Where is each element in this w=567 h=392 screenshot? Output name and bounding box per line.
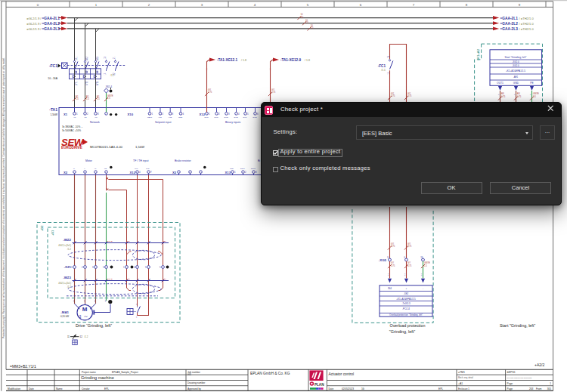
svg-text:∼: ∼ bbox=[84, 313, 88, 319]
svg-text:GY: GY bbox=[208, 88, 211, 91]
svg-text:/ 1.8: / 1.8 bbox=[305, 59, 310, 62]
svg-text:Enclosure 1: Enclosure 1 bbox=[458, 387, 469, 390]
svg-text:1/L1: 1/L1 bbox=[75, 56, 78, 60]
svg-text:REF1: REF1 bbox=[147, 116, 153, 119]
svg-text:Date: Date bbox=[29, 387, 34, 390]
svg-text:0,75: 0,75 bbox=[407, 245, 412, 248]
svg-text:1,5: 1,5 bbox=[533, 95, 536, 98]
svg-text:EPLAN GmbH & Co. KG: EPLAN GmbH & Co. KG bbox=[250, 372, 290, 375]
svg-text:3/L2: 3/L2 bbox=[85, 56, 88, 60]
svg-text:GY: GY bbox=[391, 92, 394, 95]
svg-text:-PCL14: -PCL14 bbox=[402, 307, 410, 310]
svg-text:W1: W1 bbox=[94, 299, 96, 302]
svg-text:DI05: DI05 bbox=[253, 116, 258, 119]
svg-text:0,75: 0,75 bbox=[391, 245, 395, 248]
svg-text:3: 3 bbox=[79, 314, 82, 319]
svg-text:BK: BK bbox=[128, 240, 131, 242]
svg-text:-TnIX3.3: -TnIX3.3 bbox=[401, 302, 410, 305]
svg-text:DI03: DI03 bbox=[234, 116, 239, 119]
svg-text:2,5: 2,5 bbox=[301, 16, 304, 19]
svg-text:12: 12 bbox=[80, 335, 83, 338]
svg-text:1,5kW: 1,5kW bbox=[135, 145, 145, 149]
svg-text:/ 1.8: / 1.8 bbox=[241, 59, 246, 62]
svg-text:"Grinding, left": "Grinding, left" bbox=[389, 329, 415, 334]
svg-text:From: From bbox=[536, 387, 542, 390]
svg-text:-TA1-XG12.1: -TA1-XG12.1 bbox=[217, 58, 237, 62]
svg-text:BU: BU bbox=[517, 92, 520, 95]
svg-text:2,5: 2,5 bbox=[305, 21, 308, 24]
svg-text:=K1+A2: =K1+A2 bbox=[476, 48, 480, 60]
svg-text:GNYE: GNYE bbox=[107, 278, 113, 280]
svg-text:-AE1: -AE1 bbox=[513, 76, 519, 79]
svg-text:1,5: 1,5 bbox=[107, 97, 110, 100]
svg-text:=GAA-2L3: =GAA-2L3 bbox=[42, 27, 60, 31]
svg-text:-W01.4: -W01.4 bbox=[105, 85, 112, 88]
svg-text:3x 380VAC -10% ...: 3x 380VAC -10% ... bbox=[62, 125, 83, 128]
svg-text:1,5: 1,5 bbox=[424, 264, 427, 267]
svg-text:+B2: +B2 bbox=[40, 225, 44, 231]
svg-text:0,75: 0,75 bbox=[501, 95, 506, 98]
svg-text:10: 10 bbox=[301, 13, 303, 16]
svg-text:Start "Grinding, left": Start "Grinding, left" bbox=[505, 56, 528, 59]
svg-text:02/05/2023: 02/05/2023 bbox=[342, 387, 354, 390]
svg-text:+K1+A2&EPA1/1.5: +K1+A2&EPA1/1.5 bbox=[506, 69, 525, 73]
svg-text:DI02: DI02 bbox=[225, 116, 229, 119]
svg-text:AI12: AI12 bbox=[168, 116, 172, 119]
svg-text:+A2/2: +A2/2 bbox=[534, 363, 544, 367]
svg-text:-: - bbox=[423, 287, 423, 290]
svg-text:Date: Date bbox=[329, 387, 334, 390]
svg-text:TF2: TF2 bbox=[146, 168, 150, 170]
svg-text:+X1: +X1 bbox=[51, 230, 54, 236]
svg-text:2/T1: 2/T1 bbox=[75, 81, 78, 85]
svg-text:BK: BK bbox=[164, 240, 167, 242]
svg-text:1,5: 1,5 bbox=[76, 97, 79, 100]
svg-text:/1.2: /1.2 bbox=[85, 335, 88, 338]
svg-text:0,75: 0,75 bbox=[407, 94, 412, 97]
svg-text:X2: X2 bbox=[172, 171, 177, 174]
svg-text:-1.6: -1.6 bbox=[387, 273, 389, 276]
svg-text:Project name: Project name bbox=[82, 371, 96, 374]
svg-text:263: 263 bbox=[529, 387, 534, 390]
svg-text:BK: BK bbox=[501, 92, 504, 95]
svg-text:1: 1 bbox=[550, 382, 551, 385]
svg-text:Drawing number: Drawing number bbox=[187, 381, 206, 384]
svg-text:0,75: 0,75 bbox=[208, 91, 212, 94]
svg-text:10...16A: 10...16A bbox=[48, 77, 57, 80]
svg-text:-TA1-XG12.9: -TA1-XG12.9 bbox=[280, 58, 301, 62]
svg-text:U: U bbox=[73, 168, 75, 170]
svg-text:DI01: DI01 bbox=[215, 116, 219, 119]
svg-text:0,75: 0,75 bbox=[517, 95, 522, 98]
svg-text:Grinding machine: Grinding machine bbox=[81, 375, 114, 380]
svg-text:PE: PE bbox=[104, 299, 107, 302]
svg-text:+K1+A2&EPA1/2.5: +K1+A2&EPA1/2.5 bbox=[396, 298, 416, 301]
svg-text:=TM1: =TM1 bbox=[458, 371, 465, 374]
svg-text:Overload protection: Overload protection bbox=[389, 323, 425, 328]
svg-text:&EPS1: &EPS1 bbox=[507, 371, 516, 374]
svg-text:/ =TH2/1.0: / =TH2/1.0 bbox=[519, 17, 534, 20]
svg-text:0,75: 0,75 bbox=[391, 94, 395, 97]
svg-text:EPL: EPL bbox=[438, 387, 443, 390]
svg-text:PE: PE bbox=[104, 168, 107, 170]
svg-text:=GAA-2L1: =GAA-2L1 bbox=[500, 17, 519, 20]
svg-text:-FC1: -FC1 bbox=[378, 64, 386, 68]
svg-text:Mech. eng. detail: Mech. eng. detail bbox=[458, 376, 473, 379]
svg-text:GY: GY bbox=[391, 242, 394, 245]
svg-text:Bi: Bi bbox=[258, 159, 260, 162]
svg-text:B1: B1 bbox=[86, 95, 89, 98]
svg-text:4G2,5+(2x1): 4G2,5+(2x1) bbox=[58, 282, 71, 285]
svg-text:=GAA-2L2: =GAA-2L2 bbox=[42, 22, 60, 26]
svg-text:0,75: 0,75 bbox=[407, 264, 412, 267]
svg-text:GND: GND bbox=[230, 168, 234, 169]
svg-text:0,55 kW: 0,55 kW bbox=[60, 315, 69, 318]
svg-text:6/T3: 6/T3 bbox=[96, 81, 99, 85]
svg-text:Setpoint input: Setpoint input bbox=[155, 121, 171, 124]
svg-text:GY: GY bbox=[407, 261, 411, 264]
svg-text:10: 10 bbox=[311, 24, 313, 27]
svg-text:X13: X13 bbox=[225, 171, 231, 174]
svg-text:-XG2.0: -XG2.0 bbox=[512, 64, 519, 67]
svg-text:M: M bbox=[82, 306, 88, 313]
svg-text:DO02: DO02 bbox=[251, 168, 256, 169]
svg-text:GNYE: GNYE bbox=[107, 94, 113, 97]
svg-text:Modification: Modification bbox=[8, 387, 20, 390]
svg-text:X10: X10 bbox=[128, 113, 134, 116]
